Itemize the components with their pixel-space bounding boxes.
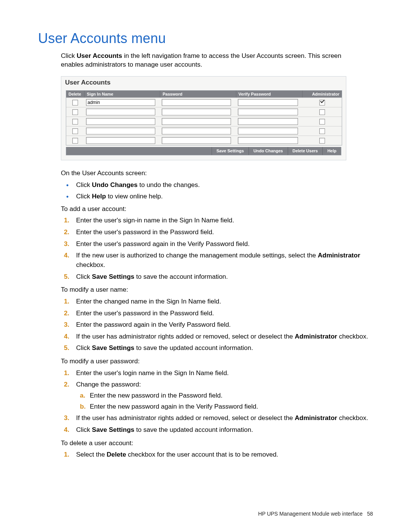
list-item: Enter the new password again in the Veri…: [76, 402, 373, 412]
footer-page: 58: [367, 511, 373, 517]
save-settings-button[interactable]: Save Settings: [212, 147, 249, 155]
list-item: Click Help to view online help.: [61, 192, 373, 201]
table-row: [66, 136, 342, 145]
administrator-checkbox[interactable]: [319, 119, 325, 125]
col-verify-password: Verify Password: [236, 91, 303, 97]
password-input[interactable]: [162, 99, 231, 106]
list-item: Change the password:Enter the new passwo…: [61, 380, 373, 411]
verify-password-input[interactable]: [238, 118, 298, 125]
delete-checkbox[interactable]: [72, 128, 78, 134]
list-item: Enter the password again in the Verify P…: [61, 320, 373, 330]
delete-checkbox[interactable]: [72, 109, 78, 115]
verify-password-input[interactable]: [238, 99, 298, 106]
col-sign-in-name: Sign In Name: [84, 91, 160, 97]
delete-checkbox[interactable]: [72, 138, 78, 144]
help-button[interactable]: Help: [322, 147, 341, 155]
mod-name-lead: To modify a user name:: [61, 285, 373, 295]
intro-pre: Click: [61, 52, 77, 59]
user-accounts-table: Delete Sign In Name Password Verify Pass…: [66, 90, 342, 145]
table-row: [66, 97, 342, 107]
list-item: Enter the changed name in the Sign In Na…: [61, 297, 373, 307]
add-steps: Enter the user's sign-in name in the Sig…: [61, 216, 373, 281]
administrator-checkbox[interactable]: [319, 138, 325, 144]
delete-checkbox[interactable]: [72, 100, 78, 105]
sign-in-name-input[interactable]: [86, 118, 155, 125]
verify-password-input[interactable]: [238, 137, 298, 144]
page-title: User Accounts menu: [38, 30, 373, 46]
list-item: Enter the user's password again in the V…: [61, 240, 373, 249]
add-lead: To add a user account:: [61, 204, 373, 214]
del-steps: Select the Delete checkbox for the user …: [61, 450, 373, 460]
password-input[interactable]: [162, 118, 231, 125]
sign-in-name-input[interactable]: [86, 109, 155, 115]
sub-list: Enter the new password in the Password f…: [76, 391, 373, 411]
col-administrator: Administrator: [303, 91, 342, 97]
panel-title: User Accounts: [61, 77, 346, 88]
list-item: Click Save Settings to save the updated …: [61, 425, 373, 435]
footer-text: HP UPS Management Module web interface: [258, 511, 362, 517]
screen-lead: On the User Accounts screen:: [61, 169, 373, 178]
button-bar: Save Settings Undo Changes Delete Users …: [66, 147, 341, 155]
mod-pw-steps: Enter the user's login name in the Sign …: [61, 369, 373, 435]
mod-pw-lead: To modify a user password:: [61, 357, 373, 366]
password-input[interactable]: [162, 137, 231, 144]
del-lead: To delete a user account:: [61, 439, 373, 448]
mod-name-steps: Enter the changed name in the Sign In Na…: [61, 297, 373, 353]
administrator-checkbox[interactable]: [319, 109, 325, 115]
table-row: [66, 107, 342, 117]
sign-in-name-input[interactable]: [86, 128, 155, 134]
sign-in-name-input[interactable]: [86, 99, 155, 106]
verify-password-input[interactable]: [238, 109, 298, 115]
list-item: Enter the user's password in the Passwor…: [61, 309, 373, 318]
page-footer: HP UPS Management Module web interface 5…: [258, 511, 373, 517]
table-row: [66, 117, 342, 126]
col-password: Password: [160, 91, 236, 97]
list-item: Click Save Settings to save the account …: [61, 272, 373, 282]
list-item: If the user has administrator rights add…: [61, 414, 373, 423]
sign-in-name-input[interactable]: [86, 137, 155, 144]
col-delete: Delete: [66, 91, 84, 97]
list-item: Enter the user's login name in the Sign …: [61, 369, 373, 378]
password-input[interactable]: [162, 109, 231, 115]
list-item: Click Save Settings to save the updated …: [61, 343, 373, 353]
intro-paragraph: Click User Accounts in the left navigati…: [61, 52, 358, 69]
list-item: Click Undo Changes to undo the changes.: [61, 181, 373, 190]
user-accounts-panel: User Accounts Delete Sign In Name Passwo…: [61, 76, 346, 160]
delete-checkbox[interactable]: [72, 119, 78, 125]
screen-bullets: Click Undo Changes to undo the changes.C…: [61, 181, 373, 201]
list-item: Enter the user's sign-in name in the Sig…: [61, 216, 373, 225]
undo-changes-button[interactable]: Undo Changes: [249, 147, 288, 155]
table-row: [66, 126, 342, 136]
list-item: If the user has administrator rights add…: [61, 332, 373, 342]
delete-users-button[interactable]: Delete Users: [288, 147, 323, 155]
verify-password-input[interactable]: [238, 128, 298, 134]
list-item: Enter the user's password in the Passwor…: [61, 228, 373, 237]
intro-bold: User Accounts: [77, 52, 122, 59]
administrator-checkbox[interactable]: [319, 128, 325, 134]
list-item: Select the Delete checkbox for the user …: [61, 450, 373, 460]
administrator-checkbox[interactable]: [319, 100, 325, 105]
password-input[interactable]: [162, 128, 231, 134]
list-item: If the new user is authorized to change …: [61, 251, 373, 270]
list-item: Enter the new password in the Password f…: [76, 391, 373, 401]
